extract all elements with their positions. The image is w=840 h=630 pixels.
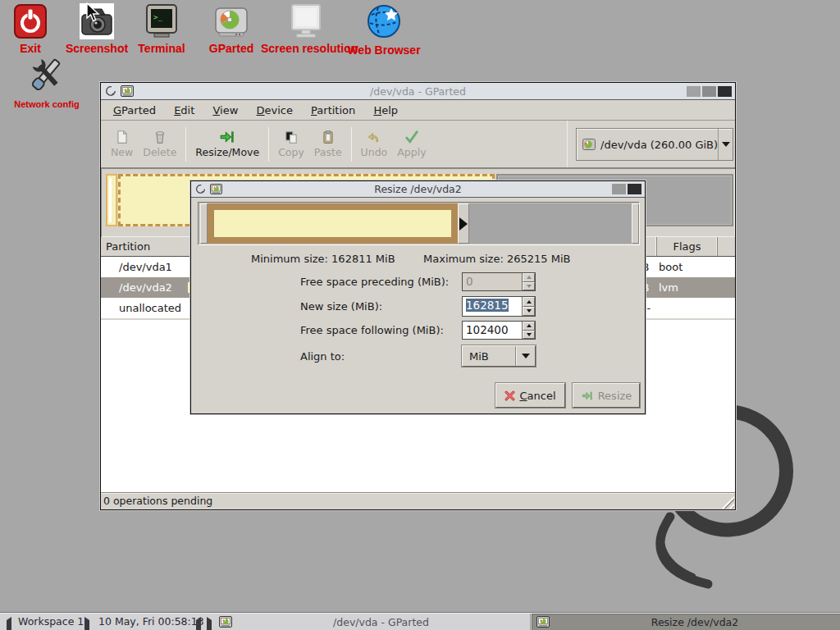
mouse-cursor [86, 2, 103, 24]
undo-icon [367, 130, 381, 144]
maximum-size-label: Maximum size: 265215 MiB [423, 250, 570, 268]
monitor-icon [288, 3, 324, 39]
spin-down-icon[interactable] [523, 307, 535, 317]
right-resize-handle[interactable] [458, 203, 469, 244]
menu-help[interactable]: Help [366, 100, 405, 121]
taskbar: Workspace 1 10 May, Fri 00:58:13 /dev/vd… [0, 613, 840, 630]
resize-slider-widget [198, 202, 640, 245]
resize-arrow-icon [581, 390, 594, 401]
undo-button[interactable]: Undo [356, 123, 393, 166]
free-space-bar[interactable] [469, 203, 632, 244]
usage-stripe [109, 178, 112, 222]
paste-button[interactable]: Paste [309, 123, 347, 166]
copy-button[interactable]: Copy [273, 123, 309, 166]
status-text: 0 operations pending [103, 495, 212, 507]
resize-grip-icon[interactable] [721, 495, 734, 509]
resize-confirm-button[interactable]: Resize [573, 383, 640, 408]
menu-partition[interactable]: Partition [304, 100, 363, 121]
statusbar: 0 operations pending [101, 492, 735, 509]
free-following-value[interactable]: 102400 [463, 322, 522, 339]
hard-disk-icon [582, 137, 596, 152]
power-icon [13, 3, 48, 39]
workspace-next-icon[interactable] [84, 619, 89, 630]
copy-icon [284, 130, 299, 144]
align-to-value: MiB [463, 350, 515, 363]
menu-gparted[interactable]: GParted [106, 100, 163, 121]
align-to-dropdown[interactable]: MiB [462, 345, 536, 367]
maximize-button[interactable] [702, 86, 716, 97]
align-to-label: Align to: [300, 348, 345, 366]
pager-next-icon[interactable] [207, 619, 212, 630]
free-following-label: Free space following (MiB): [300, 322, 444, 340]
resize-move-button[interactable]: Resize/Move [190, 123, 264, 166]
new-partition-icon [115, 130, 130, 144]
globe-icon [365, 3, 403, 41]
dropdown-arrow-icon[interactable] [718, 129, 733, 160]
main-window-title: /dev/vda - GParted [101, 85, 735, 98]
delete-button[interactable]: Delete [138, 123, 181, 166]
toolbar-separator [351, 127, 352, 162]
toolbar-separator [268, 127, 269, 162]
taskbar-task-resize-dialog[interactable]: Resize /dev/vda2 [532, 614, 840, 630]
dialog-title: Resize /dev/vda2 [191, 183, 645, 195]
desktop-icon-screen-resolution[interactable]: Screen resolution [261, 3, 351, 55]
toolbar-separator [567, 121, 568, 167]
desktop-icon-label: Web Browser [339, 43, 429, 57]
terminal-icon: >_ [144, 3, 179, 39]
partition-block-vda1[interactable] [106, 174, 117, 226]
dialog-titlebar[interactable]: Resize /dev/vda2 [191, 181, 645, 198]
device-selector-value: /dev/vda (260.00 GiB) [600, 139, 718, 151]
new-button[interactable]: New [106, 123, 138, 166]
workspace-label[interactable]: Workspace 1 [18, 614, 84, 630]
close-button[interactable] [718, 86, 732, 97]
cancel-x-icon [504, 390, 515, 401]
dropdown-arrow-icon [515, 346, 535, 366]
free-preceding-value: 0 [463, 273, 522, 290]
main-menubar: GParted Edit View Device Partition Help [101, 100, 735, 121]
drag-arrow-icon [459, 217, 468, 231]
toolbar-separator [185, 127, 186, 162]
new-size-spinbox[interactable]: 162815 [462, 296, 536, 317]
partition-size-bar[interactable] [208, 203, 458, 244]
spin-up-icon[interactable] [523, 297, 535, 307]
paste-icon [321, 130, 336, 144]
device-selector[interactable]: /dev/vda (260.00 GiB) [576, 128, 733, 161]
spin-up-icon[interactable] [523, 322, 535, 331]
free-preceding-label: Free space preceding (MiB): [300, 273, 449, 291]
resize-move-icon [219, 130, 235, 144]
desktop-icon-web-browser[interactable]: Web Browser [339, 3, 429, 57]
free-preceding-spinbox: 0 [462, 272, 536, 291]
trash-icon [153, 130, 167, 144]
spin-up-icon [523, 273, 535, 282]
menu-device[interactable]: Device [249, 100, 299, 121]
menu-edit[interactable]: Edit [167, 100, 202, 121]
new-size-value-selected[interactable]: 162815 [466, 299, 509, 312]
workspace-prev-icon[interactable] [7, 619, 11, 630]
gparted-task-icon [536, 616, 550, 628]
column-header-flags[interactable]: Flags [657, 237, 718, 256]
spin-down-icon [523, 282, 535, 291]
close-button[interactable] [628, 184, 641, 194]
menu-view[interactable]: View [205, 100, 245, 121]
cancel-button[interactable]: Cancel [495, 383, 565, 408]
minimum-size-label: Minimum size: 162811 MiB [251, 250, 395, 268]
pager-prev-icon[interactable] [196, 619, 201, 630]
maximize-button[interactable] [612, 184, 626, 194]
desktop-icon-label: Screen resolution [261, 42, 351, 55]
tools-icon [25, 56, 69, 97]
svg-text:>_: >_ [153, 13, 162, 21]
clock: 10 May, Fri 00:58:13 [98, 614, 204, 630]
free-following-spinbox[interactable]: 102400 [462, 321, 536, 340]
gparted-disk-icon [213, 3, 249, 39]
minimize-button[interactable] [687, 86, 701, 97]
resize-dialog: Resize /dev/vda2 Minimum size: 162811 Mi… [190, 180, 646, 414]
gparted-task-icon [219, 616, 232, 628]
far-right-handle [632, 203, 639, 244]
apply-button[interactable]: Apply [392, 123, 431, 166]
taskbar-task-gparted[interactable]: /dev/vda - GParted [215, 614, 531, 630]
desktop-icon-label: Network config [0, 99, 100, 109]
left-resize-handle[interactable] [200, 203, 208, 244]
spin-down-icon[interactable] [523, 331, 535, 340]
desktop-icon-network-config[interactable]: Network config [0, 56, 100, 109]
main-window-titlebar[interactable]: /dev/vda - GParted [101, 83, 735, 100]
